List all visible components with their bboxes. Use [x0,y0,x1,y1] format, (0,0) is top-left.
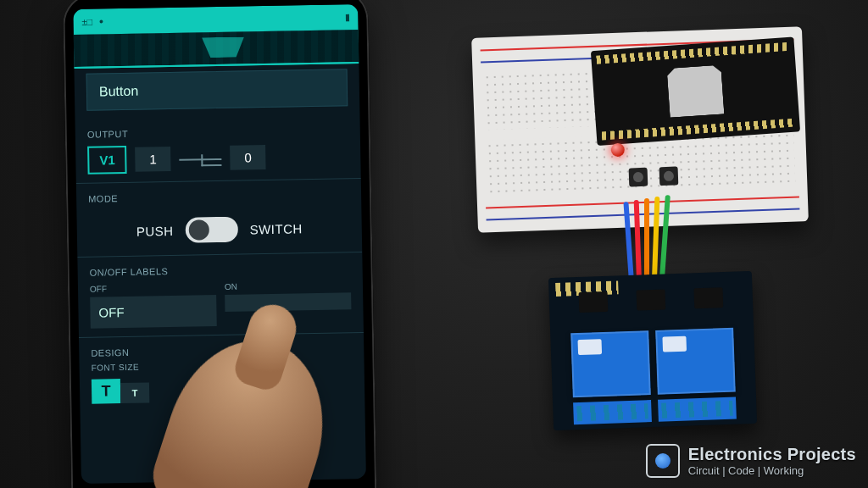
fontsize-large-button[interactable]: T [92,379,121,404]
pin-select[interactable]: V1 [87,146,127,175]
off-caption: OFF [90,282,216,294]
output-label: OUTPUT [87,125,348,139]
chip-icon [693,287,723,308]
bulb-icon [655,453,670,469]
toggle-knob-icon [188,219,209,240]
widget-name-input[interactable]: Button [86,69,348,110]
output-row: V1 1 0 [75,141,361,183]
fontsize-small-button[interactable]: T [120,382,149,403]
app-header [74,30,359,69]
esp32-shield-icon [667,65,725,118]
mode-label: MODE [88,189,349,203]
breadboard-rail-bottom [486,191,800,225]
on-caption: ON [225,280,351,291]
screw-terminal-1 [573,400,652,424]
output-high-input[interactable]: 1 [135,147,170,172]
watermark-logo-icon [646,444,680,478]
watermark-text: Electronics Projects Circuit | Code | Wo… [688,445,856,477]
labels-row: OFF OFF ON [78,280,364,337]
notification-icon: ±□ [81,17,92,27]
battery-icon: ▮ [344,12,349,23]
watermark-tagline: Circuit | Code | Working [688,464,856,477]
onoff-labels-label: ON/OFF LABELS [90,263,351,277]
watermark-title: Electronics Projects [688,445,856,464]
chip-icon [636,289,665,310]
relay-module [548,271,757,430]
esp32-board [591,36,800,145]
screw-terminal-2 [658,397,737,422]
watermark: Electronics Projects Circuit | Code | Wo… [646,444,856,478]
mode-switch-label: SWITCH [249,221,302,236]
mode-push-label: PUSH [136,223,174,238]
step-waveform-icon [179,147,221,169]
status-dot-icon [99,19,103,23]
relay-opto-chips [579,287,724,314]
tactile-button-1 [629,168,648,187]
tactile-button-2 [659,166,679,186]
off-column: OFF OFF [90,282,217,329]
on-label-input[interactable] [225,292,351,312]
relay-cube-2 [655,328,736,395]
output-low-input[interactable]: 0 [230,145,265,170]
relay-cube-1 [570,330,651,397]
off-label-input[interactable]: OFF [90,295,217,329]
mode-toggle[interactable] [185,217,238,243]
breadboard [471,26,809,232]
chip-icon [579,291,609,313]
mode-row: PUSH SWITCH [76,206,362,257]
